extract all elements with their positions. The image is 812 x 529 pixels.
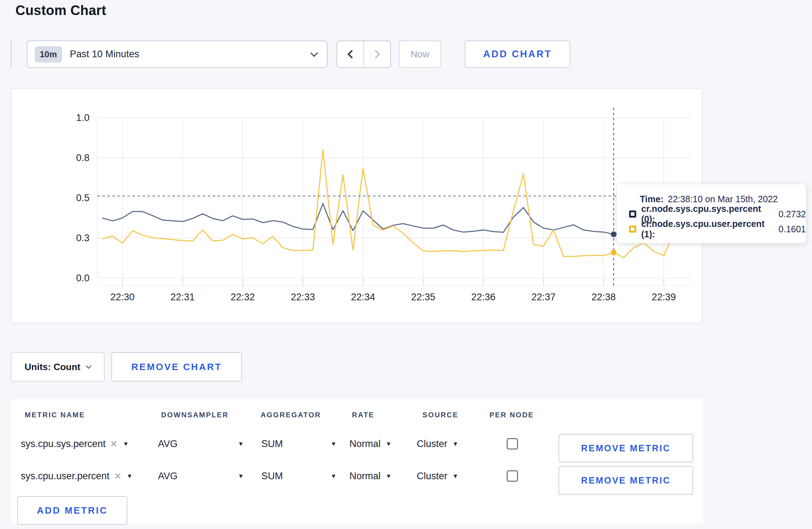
rate-select[interactable]: Normal ▼ (349, 438, 392, 450)
remove-metric-button[interactable]: REMOVE METRIC (559, 434, 693, 462)
aggregator-select[interactable]: SUM ▼ (261, 438, 337, 450)
chevron-left-icon (347, 50, 356, 58)
svg-text:22:32: 22:32 (231, 292, 255, 302)
tooltip-time-prefix: Time: (640, 194, 663, 204)
col-header-downsampler: DOWNSAMPLER (161, 411, 229, 419)
svg-text:22:31: 22:31 (170, 292, 195, 302)
downsampler-value: AVG (158, 438, 178, 450)
svg-text:22:33: 22:33 (291, 292, 315, 302)
units-label: Units: Count (25, 361, 81, 373)
remove-metric-button[interactable]: REMOVE METRIC (559, 466, 693, 495)
col-header-rate: RATE (352, 411, 374, 419)
source-value: Cluster (417, 438, 448, 450)
time-nav-group (337, 40, 391, 68)
svg-text:0.5: 0.5 (76, 193, 90, 203)
svg-text:0.8: 0.8 (76, 152, 90, 163)
add-chart-button[interactable]: ADD CHART (465, 40, 570, 68)
downsampler-select[interactable]: AVG ▼ (158, 438, 244, 450)
source-select[interactable]: Cluster ▼ (417, 438, 458, 450)
caret-down-icon: ▼ (453, 472, 459, 480)
svg-text:22:34: 22:34 (351, 292, 375, 302)
svg-text:22:36: 22:36 (471, 292, 496, 302)
metric-name-select[interactable]: sys.cpu.user.percent ✕ ▼ (21, 471, 132, 482)
per-node-checkbox[interactable] (507, 470, 518, 482)
timeseries-chart[interactable]: 0.00.30.50.81.022:3022:3122:3222:3322:34… (11, 89, 702, 323)
downsampler-value: AVG (158, 471, 178, 482)
aggregator-value: SUM (261, 471, 283, 482)
now-button[interactable]: Now (399, 40, 441, 68)
caret-down-icon: ▼ (238, 440, 244, 447)
caret-down-icon: ▼ (238, 472, 244, 480)
toolbar-left-divider (11, 40, 11, 68)
col-header-aggregator: AGGREGATOR (261, 411, 321, 419)
series-user-swatch-icon (629, 225, 636, 233)
rate-value: Normal (349, 438, 381, 450)
metric-name-value: sys.cpu.user.percent (21, 471, 110, 482)
tooltip-series-user-value: 0.1601 (779, 224, 806, 234)
svg-text:1.0: 1.0 (76, 112, 90, 123)
series-sys-swatch-icon (629, 210, 636, 218)
aggregator-select[interactable]: SUM ▼ (261, 471, 337, 482)
per-node-checkbox[interactable] (507, 438, 518, 450)
metric-name-select[interactable]: sys.cpu.sys.percent ✕ ▼ (21, 438, 129, 450)
svg-text:0.0: 0.0 (76, 273, 90, 283)
remove-chart-button[interactable]: REMOVE CHART (111, 352, 242, 382)
tooltip-series-sys-value: 0.2732 (779, 209, 806, 219)
svg-text:22:37: 22:37 (531, 292, 556, 302)
chart-tooltip: Time: 22:38:10 on Mar 15th, 2022 cr.node… (617, 184, 806, 243)
caret-down-icon: ▼ (330, 472, 337, 480)
tooltip-series-user-label: cr.node.sys.cpu.user.percent (1): (641, 219, 774, 239)
caret-down-icon: ▼ (453, 440, 459, 447)
caret-down-icon: ▼ (386, 440, 392, 447)
prev-time-button[interactable] (337, 41, 364, 67)
caret-down-icon: ▼ (330, 440, 337, 447)
caret-down-icon: ▼ (123, 440, 129, 447)
col-header-per-node: PER NODE (489, 411, 534, 419)
svg-text:22:38: 22:38 (591, 292, 616, 302)
rate-value: Normal (349, 471, 381, 482)
timeseries-chart-card[interactable]: 0.00.30.50.81.022:3022:3122:3222:3322:34… (11, 88, 702, 324)
svg-text:22:39: 22:39 (652, 292, 676, 302)
chevron-down-icon (310, 49, 318, 57)
col-header-metric-name: METRIC NAME (25, 411, 85, 419)
clear-icon[interactable]: ✕ (110, 438, 118, 450)
page-title: Custom Chart (15, 3, 106, 18)
time-range-dropdown[interactable]: 10m Past 10 Minutes (27, 40, 328, 68)
downsampler-select[interactable]: AVG ▼ (158, 471, 244, 482)
chevron-right-icon (371, 50, 380, 58)
units-dropdown[interactable]: Units: Count (11, 352, 105, 382)
aggregator-value: SUM (261, 438, 283, 450)
svg-text:0.3: 0.3 (76, 233, 90, 243)
source-select[interactable]: Cluster ▼ (417, 471, 458, 482)
caret-down-icon: ▼ (126, 472, 132, 480)
add-metric-button[interactable]: ADD METRIC (17, 496, 127, 525)
rate-select[interactable]: Normal ▼ (349, 471, 392, 482)
tooltip-time-value: 22:38:10 on Mar 15th, 2022 (668, 194, 778, 204)
caret-down-icon: ▼ (386, 472, 392, 480)
svg-text:22:35: 22:35 (411, 292, 435, 302)
time-range-badge: 10m (35, 46, 62, 63)
clear-icon[interactable]: ✕ (114, 471, 122, 482)
metric-name-value: sys.cpu.sys.percent (21, 438, 106, 450)
col-header-source: SOURCE (422, 411, 459, 419)
next-time-button[interactable] (364, 41, 390, 67)
svg-text:22:30: 22:30 (110, 292, 135, 302)
source-value: Cluster (417, 471, 448, 482)
chevron-down-icon (86, 363, 92, 369)
time-range-label: Past 10 Minutes (70, 49, 311, 60)
